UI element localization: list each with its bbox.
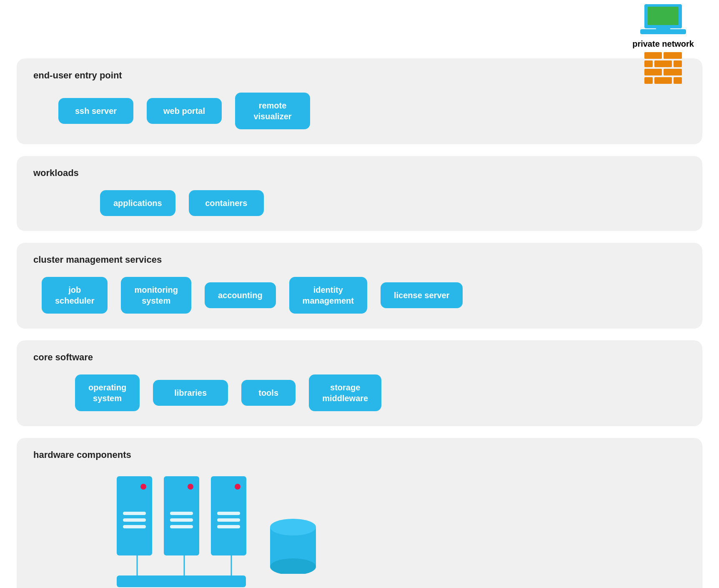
firewall-icon	[644, 52, 682, 85]
server-lines-3	[217, 512, 240, 528]
chip-license-server[interactable]: license server	[381, 282, 463, 308]
storage-cylinder-wrapper	[268, 515, 318, 575]
cluster-mgmt-chips: job scheduler monitoring system accounti…	[33, 277, 686, 314]
cluster-mgmt-title: cluster management services	[33, 254, 686, 265]
svg-point-15	[270, 519, 316, 535]
svg-rect-11	[644, 77, 653, 84]
core-software-chips: operating system libraries tools storage…	[33, 374, 686, 411]
chip-job-scheduler[interactable]: job scheduler	[42, 277, 108, 314]
server-tower-1	[117, 476, 152, 555]
chip-accounting[interactable]: accounting	[205, 282, 276, 308]
svg-rect-13	[674, 77, 682, 84]
network-switch	[117, 575, 246, 587]
svg-rect-1	[648, 7, 679, 25]
hardware-section: hardware components	[17, 438, 702, 588]
private-network-label: private network	[632, 39, 694, 49]
cluster-mgmt-section: cluster management services job schedule…	[17, 243, 702, 329]
core-software-section: core software operating system libraries…	[17, 340, 702, 426]
svg-rect-6	[644, 60, 653, 67]
laptop-icon	[640, 4, 686, 38]
hardware-diagram	[33, 472, 686, 587]
entry-point-section: end-user entry point ssh server web port…	[17, 58, 702, 144]
svg-rect-4	[644, 52, 662, 59]
chip-web-portal[interactable]: web portal	[147, 98, 222, 124]
chip-ssh-server[interactable]: ssh server	[58, 98, 133, 124]
hardware-title: hardware components	[33, 450, 686, 460]
workloads-section: workloads applications containers	[17, 156, 702, 231]
svg-rect-5	[664, 52, 682, 59]
chip-remote-visualizer[interactable]: remote visualizer	[235, 93, 310, 129]
svg-rect-7	[654, 60, 672, 67]
entry-point-title: end-user entry point	[33, 70, 686, 81]
chip-monitoring-system[interactable]: monitoring system	[121, 277, 191, 314]
svg-rect-3	[656, 28, 670, 30]
chip-applications[interactable]: applications	[100, 190, 175, 216]
server-dot-3	[235, 484, 241, 490]
workloads-title: workloads	[33, 168, 686, 178]
core-software-title: core software	[33, 352, 686, 363]
server-tower-2	[164, 476, 199, 555]
private-network-area: private network	[632, 4, 694, 85]
chip-tools[interactable]: tools	[241, 380, 296, 406]
server-lines-2	[170, 512, 193, 528]
svg-rect-10	[664, 69, 682, 75]
entry-point-chips: ssh server web portal remote visualizer	[33, 93, 686, 129]
server-tower-3	[211, 476, 246, 555]
svg-rect-12	[654, 77, 672, 84]
chip-identity-management[interactable]: identity management	[289, 277, 367, 314]
server-dot-1	[140, 484, 146, 490]
workloads-chips: applications containers	[33, 190, 686, 216]
storage-cylinder	[268, 515, 318, 574]
chip-storage-middleware[interactable]: storage middleware	[309, 374, 381, 411]
server-dot-2	[188, 484, 193, 490]
svg-rect-9	[644, 69, 662, 75]
chip-containers[interactable]: containers	[189, 190, 264, 216]
svg-rect-8	[674, 60, 682, 67]
server-lines-1	[123, 512, 146, 528]
chip-libraries[interactable]: libraries	[153, 380, 228, 406]
chip-operating-system[interactable]: operating system	[75, 374, 140, 411]
